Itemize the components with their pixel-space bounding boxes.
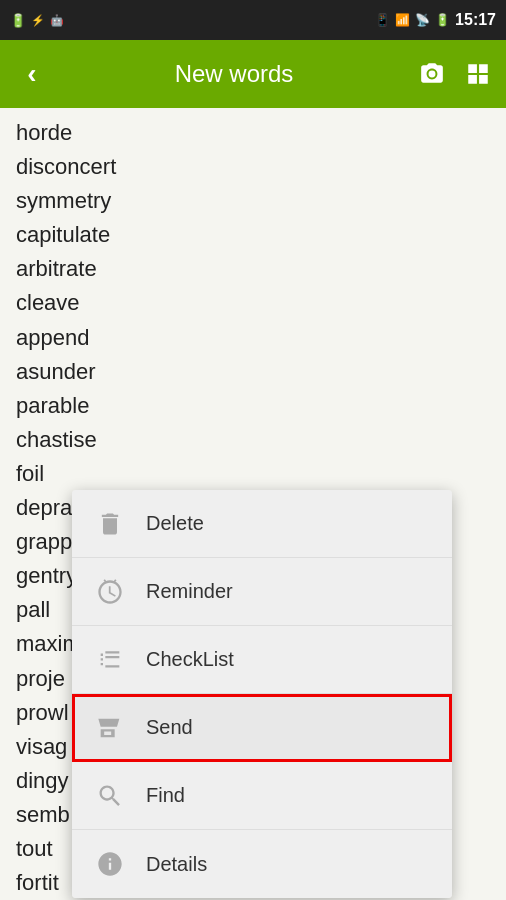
app-title: New words	[54, 60, 414, 88]
camera-button[interactable]	[414, 56, 450, 92]
word-capitulate[interactable]: capitulate	[16, 218, 490, 252]
details-svg	[96, 850, 124, 878]
word-disconcert[interactable]: disconcert	[16, 150, 490, 184]
delete-label: Delete	[146, 512, 204, 535]
screen-icon: 📱	[375, 13, 390, 27]
wifi-icon: 📶	[395, 13, 410, 27]
trash-icon	[92, 506, 128, 542]
find-svg	[96, 782, 124, 810]
menu-item-delete[interactable]: Delete	[72, 490, 452, 558]
reminder-svg	[96, 578, 124, 606]
usb-icon: ⚡	[31, 14, 45, 27]
camera-icon	[419, 61, 445, 87]
trash-svg	[96, 510, 124, 538]
status-left-icons: 🔋 ⚡ 🤖	[10, 13, 64, 28]
status-time: 15:17	[455, 11, 496, 29]
status-bar: 🔋 ⚡ 🤖 📱 📶 📡 🔋 15:17	[0, 0, 506, 40]
menu-item-reminder[interactable]: Reminder	[72, 558, 452, 626]
status-right-icons: 📱 📶 📡 🔋 15:17	[375, 11, 496, 29]
back-button[interactable]: ‹	[10, 52, 54, 96]
word-foil[interactable]: foil	[16, 457, 490, 491]
menu-item-checklist[interactable]: CheckList	[72, 626, 452, 694]
android-icon: 🤖	[50, 14, 64, 27]
grid-button[interactable]	[460, 56, 496, 92]
word-chastise[interactable]: chastise	[16, 423, 490, 457]
reminder-icon	[92, 574, 128, 610]
menu-item-send[interactable]: Send	[72, 694, 452, 762]
signal-icon: 📡	[415, 13, 430, 27]
back-arrow-icon[interactable]: ‹	[27, 58, 36, 90]
reminder-label: Reminder	[146, 580, 233, 603]
details-icon	[92, 846, 128, 882]
battery-full-icon: 🔋	[435, 13, 450, 27]
app-bar: ‹ New words	[0, 40, 506, 108]
checklist-icon	[92, 642, 128, 678]
grid-icon	[465, 61, 491, 87]
find-icon	[92, 778, 128, 814]
app-bar-actions	[414, 56, 496, 92]
battery-icon: 🔋	[10, 13, 26, 28]
menu-item-details[interactable]: Details	[72, 830, 452, 898]
details-label: Details	[146, 853, 207, 876]
word-parable[interactable]: parable	[16, 389, 490, 423]
word-cleave[interactable]: cleave	[16, 286, 490, 320]
send-icon	[92, 710, 128, 746]
word-asunder[interactable]: asunder	[16, 355, 490, 389]
find-label: Find	[146, 784, 185, 807]
word-horde[interactable]: horde	[16, 116, 490, 150]
word-arbitrate[interactable]: arbitrate	[16, 252, 490, 286]
word-symmetry[interactable]: symmetry	[16, 184, 490, 218]
context-menu: Delete Reminder CheckList Send	[72, 490, 452, 898]
send-label: Send	[146, 716, 193, 739]
send-svg	[96, 714, 124, 742]
menu-item-find[interactable]: Find	[72, 762, 452, 830]
checklist-svg	[96, 646, 124, 674]
word-append[interactable]: append	[16, 321, 490, 355]
checklist-label: CheckList	[146, 648, 234, 671]
